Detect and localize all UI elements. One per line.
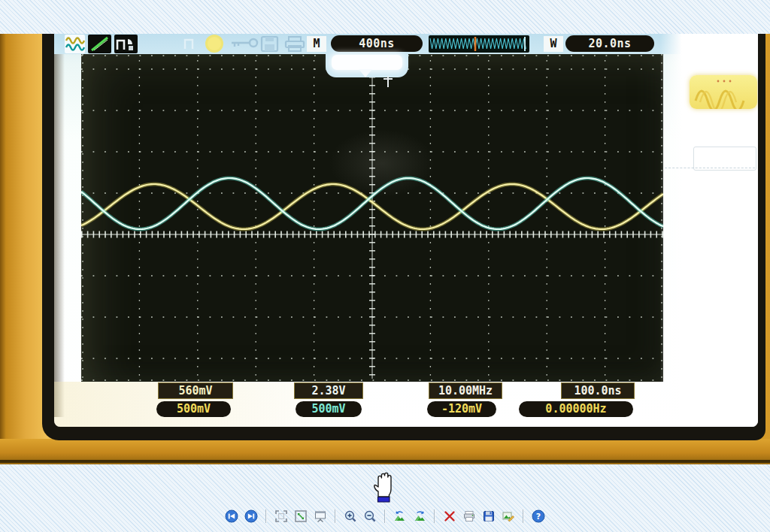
printer-icon: [284, 35, 305, 53]
ch1-scale-readout: 500mV: [156, 401, 231, 417]
scope-readouts: 560mV 2.38V 10.00MHz 100.0ns 500mV 500mV…: [54, 382, 758, 427]
viewer-toolbar: ?: [0, 509, 770, 524]
frequency-counter-readout: 0.00000Hz: [519, 401, 633, 417]
zoom-out-icon[interactable]: [362, 509, 377, 524]
oscilloscope-photo[interactable]: M 400ns W 20.0ns AutoSet: [0, 34, 770, 464]
floppy-icon: [260, 35, 279, 53]
measurement-ch2-level: 2.38V: [294, 382, 363, 399]
pulse-icon: [183, 36, 199, 51]
delete-icon[interactable]: [442, 509, 457, 524]
picture-viewer-window: { "viewer": { "toolbar_icons": [ "previo…: [0, 0, 770, 532]
scope-status-bar: M 400ns W 20.0ns AutoSet: [54, 34, 758, 54]
channel-waves-icon: [65, 35, 85, 53]
scope-lcd-screen: M 400ns W 20.0ns AutoSet: [54, 34, 758, 427]
print-icon[interactable]: [462, 509, 477, 524]
toolbar-separator: [335, 509, 336, 523]
scope-case-edge: [0, 460, 770, 463]
bezel-shadow: [54, 41, 65, 417]
rotate-clockwise-icon[interactable]: [412, 509, 427, 524]
soft-menu-divider: [665, 168, 755, 168]
soft-menu-column: [660, 34, 758, 427]
toolbar-separator: [434, 509, 435, 523]
trigger-level-readout: -120mV: [427, 401, 496, 417]
main-timebase-label: M: [307, 36, 326, 52]
measurement-frequency: 10.00MHz: [429, 382, 502, 399]
next-image-icon[interactable]: [244, 509, 259, 524]
help-icon[interactable]: ?: [531, 509, 546, 524]
toolbar-separator: [523, 509, 524, 523]
trigger-t-mark-bar: [383, 78, 393, 80]
slope-icon: [88, 35, 111, 53]
actual-size-icon[interactable]: [293, 509, 308, 524]
edit-icon[interactable]: [501, 509, 516, 524]
trigger-pointer: [359, 69, 372, 77]
main-timebase-readout: 400ns: [331, 35, 423, 52]
sine-menu-button: [690, 75, 757, 109]
svg-text:?: ?: [536, 512, 541, 521]
zoom-in-icon[interactable]: [343, 509, 358, 524]
waveform-preview: [429, 35, 529, 53]
scope-graticule: [81, 54, 663, 382]
ch2-scale-readout: 500mV: [296, 401, 362, 417]
rotate-counterclockwise-icon[interactable]: [393, 509, 408, 524]
best-fit-icon[interactable]: [274, 509, 289, 524]
measurement-ch1-amplitude: 560mV: [158, 382, 233, 399]
key-icon: [230, 37, 260, 50]
sun-icon: [204, 34, 225, 54]
window-timebase-readout: 20.0ns: [565, 35, 654, 52]
toolbar-separator: [265, 509, 267, 523]
slideshow-icon[interactable]: [313, 509, 328, 524]
save-icon[interactable]: [481, 509, 496, 524]
trigger-position-marker: [326, 54, 408, 77]
trigger-tab: [332, 55, 402, 70]
trigger-type-icon: [114, 35, 138, 53]
measurement-period: 100.0ns: [561, 382, 635, 399]
previous-image-icon[interactable]: [224, 509, 239, 524]
toolbar-separator: [384, 509, 386, 523]
window-timebase-label: W: [544, 36, 563, 52]
open-hand-cursor: [369, 469, 396, 505]
